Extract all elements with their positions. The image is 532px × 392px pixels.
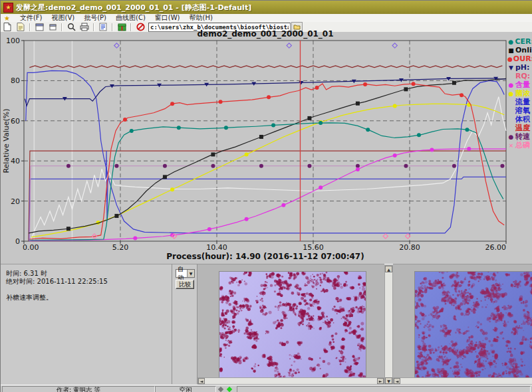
legend-marker-icon: ● [507, 39, 515, 45]
menu-items: 文件(F)视图(V)批号(P)曲线图(C)窗口(W)帮助(H) [15, 13, 217, 23]
legend-item[interactable]: ■Onli [507, 46, 532, 54]
legend-item[interactable]: ●OUR: [507, 54, 532, 63]
event-notes-panel: 时间: 6.31 时 绝对时间: 2016-11-11 22:25:15 补糖速… [1, 264, 172, 385]
mode-dropdown[interactable]: 自动 ▼ [176, 269, 195, 278]
microscopy-image-left [219, 271, 366, 379]
svg-text:60: 60 [11, 117, 20, 126]
scroll-up-icon[interactable]: ▲ [385, 266, 392, 272]
svg-text:100: 100 [6, 37, 20, 45]
svg-text:20: 20 [11, 197, 20, 206]
titlebar[interactable]: ★ 发酵之星:demo2_demo_001_2000_01_01 - [静态图-… [1, 1, 532, 14]
scroll-left-icon[interactable]: ◄ [394, 378, 400, 384]
menu-item[interactable]: 文件(F) [15, 14, 47, 21]
legend-item[interactable]: ×总磷 [507, 141, 532, 149]
legend-label: OUR: [513, 54, 532, 63]
svg-text:20.80: 20.80 [399, 243, 420, 252]
compare-button[interactable]: 比较 [176, 280, 194, 289]
legend-marker-icon: ● [507, 134, 515, 140]
legend-marker-icon: ● [507, 82, 515, 88]
chart-area: 0204060801000.005.2010.4015.6020.8026.00… [1, 32, 532, 264]
notes-controls: 自动 ▼ 比较 [172, 264, 198, 384]
event-note-text: 补糖速率调整。 [6, 293, 53, 302]
svg-text:10.40: 10.40 [206, 243, 227, 252]
menu-item[interactable]: 曲线图(C) [111, 14, 150, 21]
menu-item[interactable]: 视图(V) [47, 14, 80, 21]
status-extra-field [237, 386, 531, 392]
legend-marker-icon: ▼ [507, 64, 515, 71]
statusbar: 作者: 黄明志 等 空闲 [1, 385, 532, 392]
window-title: 发酵之星:demo2_demo_001_2000_01_01 - [静态图-1-… [16, 3, 251, 13]
horizontal-scrollbar-left[interactable]: ◄ ► [198, 377, 384, 385]
legend-marker-icon: ● [507, 90, 515, 97]
svg-text:5.20: 5.20 [112, 243, 129, 252]
svg-text:40: 40 [11, 157, 20, 165]
scroll-down-icon[interactable]: ▼ [385, 377, 392, 384]
process-trend-chart: 0204060801000.005.2010.4015.6020.8026.00… [1, 29, 532, 264]
status-indicator-green-icon [227, 387, 232, 392]
microscopy-pane-left [198, 264, 384, 385]
menu-item[interactable]: 窗口(W) [150, 14, 185, 21]
svg-text:Process(hour): 14.90 (2016-11-: Process(hour): 14.90 (2016-11-12 07:00:4… [166, 252, 364, 261]
chevron-down-icon[interactable]: ▼ [187, 270, 194, 277]
app-window: ★ 发酵之星:demo2_demo_001_2000_01_01 - [静态图-… [0, 0, 532, 392]
status-author: 作者: 黄明志 等 [2, 386, 155, 392]
legend-label: CER: [515, 37, 532, 46]
legend-marker-icon: ■ [507, 47, 515, 54]
legend-item[interactable]: ▼pH: [507, 63, 532, 72]
menu-item[interactable]: 帮助(H) [185, 14, 217, 21]
svg-text:demo2_demo_001_2000_01_01: demo2_demo_001_2000_01_01 [197, 29, 333, 39]
status-state: 空闲 [155, 386, 216, 392]
status-indicator-gray-icon [218, 387, 223, 392]
svg-text:15.60: 15.60 [303, 243, 324, 252]
vertical-scrollbar[interactable]: ▲ ▼ [384, 265, 393, 385]
svg-text:0: 0 [15, 237, 20, 246]
scroll-right-icon[interactable]: ► [377, 378, 384, 384]
child-window-star-icon[interactable]: ★ [4, 15, 10, 22]
legend-label: pH: [515, 63, 529, 72]
svg-text:0.00: 0.00 [23, 243, 39, 252]
legend-marker-icon: ● [507, 56, 513, 62]
svg-text:26.00: 26.00 [485, 243, 507, 252]
legend-label: 总磷 [515, 140, 530, 150]
legend-item[interactable]: ●CER: [507, 37, 532, 46]
app-icon: ★ [3, 3, 13, 13]
menu-item[interactable]: 批号(P) [79, 14, 111, 21]
microscopy-image-right [414, 271, 532, 379]
chart-legend: ●CER:■Onli●OUR:▼pH:RQ:●含量●菌浓流量溶氧体积温度●转速×… [507, 37, 532, 149]
legend-marker-icon: × [507, 142, 515, 149]
horizontal-scrollbar-right[interactable]: ◄ [393, 377, 532, 385]
svg-text:80: 80 [11, 76, 20, 85]
event-abs-time-label: 绝对时间: 2016-11-11 22:25:15 [6, 277, 108, 286]
svg-text:Relative Value(%): Relative Value(%) [2, 108, 11, 173]
legend-label: Onli [515, 46, 532, 54]
scroll-left-icon[interactable]: ◄ [198, 378, 205, 384]
microscopy-pane-right [393, 264, 532, 385]
